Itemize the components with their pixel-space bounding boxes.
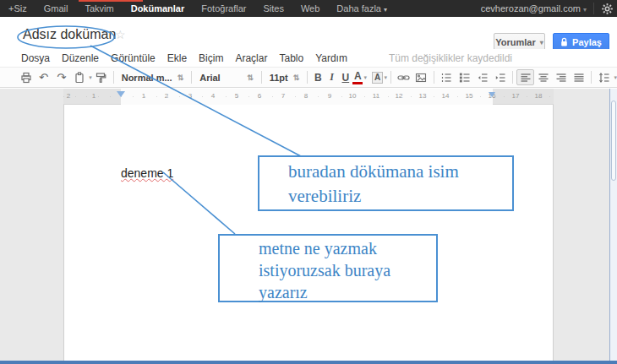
font-family-select[interactable]: Arial ⇅ bbox=[195, 73, 258, 83]
text-color-button[interactable]: A bbox=[352, 72, 363, 84]
highlight-color-button[interactable]: A bbox=[372, 72, 383, 84]
ruler-number: 9 bbox=[328, 92, 331, 100]
vertical-scrollbar[interactable] bbox=[609, 89, 617, 361]
account-email-label: cevherozan@gmail.com bbox=[481, 3, 581, 14]
nav-more[interactable]: Daha fazla ▾ bbox=[328, 3, 396, 14]
scrollbar-thumb[interactable] bbox=[611, 101, 616, 181]
right-margin-marker[interactable] bbox=[489, 92, 495, 97]
paragraph-style-select[interactable]: Normal m... ⇅ bbox=[117, 73, 188, 83]
account-email[interactable]: cevherozan@gmail.com ▾ bbox=[481, 3, 587, 14]
ruler-number: 1 bbox=[92, 92, 96, 100]
menu-table[interactable]: Tablo bbox=[273, 52, 309, 64]
menu-insert[interactable]: Ekle bbox=[161, 52, 193, 64]
paint-format-icon[interactable] bbox=[92, 69, 110, 85]
ruler-number: 11 bbox=[373, 92, 379, 100]
menu-edit[interactable]: Düzenle bbox=[56, 52, 105, 64]
align-right-button[interactable] bbox=[552, 69, 570, 85]
comments-button-label: Yorumlar bbox=[495, 37, 535, 47]
active-product-indicator bbox=[79, 0, 143, 2]
ruler-number: 4 bbox=[211, 92, 215, 100]
ruler-number: 14 bbox=[442, 92, 450, 100]
caret-down-icon: ▾ bbox=[384, 6, 387, 14]
underline-button[interactable]: U bbox=[339, 72, 352, 84]
font-family-value: Arial bbox=[199, 73, 243, 83]
ruler-number: 15 bbox=[466, 92, 473, 100]
ruler-number: 10 bbox=[349, 92, 357, 100]
nav-sites[interactable]: Sites bbox=[254, 3, 292, 14]
caret-down-icon: ▾ bbox=[583, 6, 587, 14]
ruler-number: 18 bbox=[535, 92, 543, 100]
font-size-select[interactable]: 11pt ⇅ bbox=[265, 73, 304, 83]
bold-button[interactable]: B bbox=[311, 72, 325, 84]
document-title[interactable]: Adsız doküman bbox=[23, 27, 116, 42]
nav-documents[interactable]: Dokümanlar bbox=[123, 3, 194, 14]
decrease-indent-icon[interactable] bbox=[473, 69, 491, 85]
paragraph-style-value: Normal m... bbox=[122, 73, 174, 83]
window-bottom-edge bbox=[0, 361, 617, 364]
share-button-label: Paylaş bbox=[572, 37, 602, 47]
nav-more-label: Daha fazla bbox=[336, 3, 381, 14]
ruler-number: 1 bbox=[142, 92, 145, 100]
document-body-text[interactable]: deneme 1 bbox=[121, 166, 173, 180]
caret-down-icon[interactable]: ▾ bbox=[384, 74, 387, 81]
italic-button[interactable]: I bbox=[325, 71, 338, 84]
document-page[interactable] bbox=[63, 105, 554, 361]
nav-photos[interactable]: Fotoğraflar bbox=[193, 3, 254, 14]
lock-icon bbox=[560, 37, 568, 47]
bulleted-list-icon[interactable] bbox=[456, 69, 473, 85]
justify-button[interactable] bbox=[570, 69, 587, 85]
redo-icon[interactable]: ↷ bbox=[52, 69, 70, 85]
google-top-bar: +Siz Gmail Takvim Dokümanlar Fotoğraflar… bbox=[0, 0, 617, 17]
font-size-value: 11pt bbox=[270, 73, 290, 83]
ruler-number: 5 bbox=[235, 92, 238, 100]
ruler-number: 12 bbox=[396, 92, 403, 100]
menu-tools[interactable]: Araçlar bbox=[229, 52, 273, 64]
nav-web[interactable]: Web bbox=[292, 3, 328, 14]
increase-indent-icon[interactable] bbox=[491, 69, 509, 85]
spinner-icon: ⇅ bbox=[247, 73, 254, 82]
ruler-ticks bbox=[63, 96, 554, 97]
align-left-button[interactable] bbox=[516, 69, 534, 85]
document-area: deneme 1 bbox=[0, 105, 617, 361]
spinner-icon: ⇅ bbox=[177, 73, 184, 82]
left-margin-marker[interactable] bbox=[117, 91, 125, 97]
caret-down-icon[interactable]: ▾ bbox=[363, 74, 367, 81]
google-docs-window: +Siz Gmail Takvim Dokümanlar Fotoğraflar… bbox=[0, 0, 617, 364]
nav-plus-you[interactable]: +Siz bbox=[0, 3, 35, 14]
caret-down-icon: ▾ bbox=[540, 39, 543, 46]
numbered-list-icon[interactable] bbox=[438, 69, 456, 85]
ruler: 2 1 1 2 3 4 5 6 7 8 9 10 11 12 13 14 15 … bbox=[0, 89, 617, 105]
menu-bar: Dosya Düzenle Görüntüle Ekle Biçim Araçl… bbox=[0, 49, 617, 67]
ruler-band: 2 1 1 2 3 4 5 6 7 8 9 10 11 12 13 14 15 … bbox=[63, 89, 554, 105]
annotation-note-title: buradan dökümana isim verebiliriz bbox=[258, 155, 514, 211]
ruler-number: 17 bbox=[512, 92, 520, 100]
menu-help[interactable]: Yardım bbox=[309, 52, 353, 64]
line-spacing-icon[interactable] bbox=[595, 69, 613, 85]
toolbar: ↶ ↷ ▾ Normal m... ⇅ Arial ⇅ 11pt ⇅ B bbox=[0, 67, 617, 88]
undo-icon[interactable]: ↶ bbox=[35, 69, 52, 85]
ruler-number: 2 bbox=[67, 92, 70, 100]
ruler-number: 3 bbox=[188, 92, 192, 100]
ruler-number: 13 bbox=[419, 92, 427, 100]
ruler-number: 6 bbox=[258, 92, 261, 100]
menu-view[interactable]: Görüntüle bbox=[105, 52, 161, 64]
insert-link-icon[interactable] bbox=[395, 69, 412, 85]
web-clipboard-icon[interactable] bbox=[70, 69, 88, 85]
insert-image-icon[interactable] bbox=[412, 69, 430, 85]
spinner-icon: ⇅ bbox=[293, 73, 300, 82]
ruler-number: 8 bbox=[304, 92, 308, 100]
ruler-number: 2 bbox=[165, 92, 168, 100]
menu-format[interactable]: Biçim bbox=[193, 52, 229, 64]
gear-icon[interactable] bbox=[593, 3, 614, 14]
nav-gmail[interactable]: Gmail bbox=[35, 3, 77, 14]
align-center-button[interactable] bbox=[534, 69, 552, 85]
ruler-number: 7 bbox=[281, 92, 285, 100]
print-icon[interactable] bbox=[17, 69, 35, 85]
menu-file[interactable]: Dosya bbox=[15, 52, 56, 64]
caret-down-icon[interactable]: ▾ bbox=[614, 74, 617, 81]
save-status: Tüm değişiklikler kaydedildi bbox=[389, 52, 512, 64]
star-icon[interactable]: ☆ bbox=[115, 28, 126, 41]
annotation-note-body: metne ne yazmak istiyoruzsak buraya yaza… bbox=[218, 234, 438, 302]
nav-calendar[interactable]: Takvim bbox=[76, 3, 122, 14]
